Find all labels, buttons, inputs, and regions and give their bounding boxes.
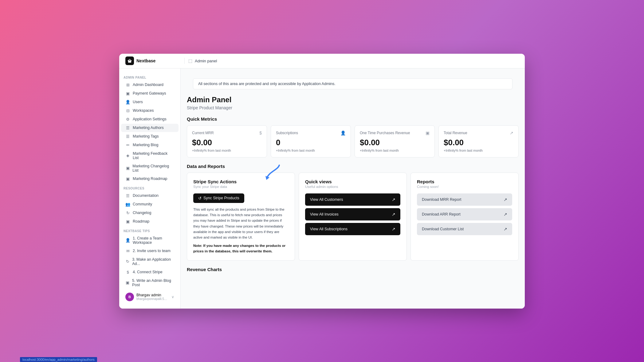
dashboard-icon: ⊞ [125,83,130,87]
sidebar-item-community[interactable]: 👥 Community [121,200,179,208]
alert-text: All sections of this area are protected … [198,82,336,86]
data-cards-row: Stripe Sync Actions Sync your Stripe dat… [187,173,519,261]
tags-icon: ☰ [125,134,130,139]
chevron-down-icon: ∨ [171,295,174,299]
metric-header: One Time Purchases Revenue ▣ [360,130,430,135]
quick-views-title: Quick views [305,179,400,184]
metric-value: $0.00 [360,138,430,147]
sidebar-item-label: Marketing Changelog List [132,164,174,173]
revenue-charts-title: Revenue Charts [187,267,519,272]
sidebar-item-users[interactable]: 👤 Users [121,98,179,106]
sidebar-item-label: Users [133,100,143,104]
admin-panel-section-label: Admin Panel [119,73,180,80]
blog-icon: ✏ [125,143,130,147]
authors-icon: ☰ [125,126,130,130]
view-all-customers-button[interactable]: View All Customers ↗ [305,193,400,206]
download-mrr-label: Download MRR Report [422,197,461,202]
sidebar-tip-4[interactable]: $ 4. Connect Stripe [121,268,179,276]
sidebar-tip-1[interactable]: 👤 1. Create a Team Workspace [121,234,179,247]
metrics-row: Current MRR $ $0.00 +Infinity% from last… [187,125,519,158]
reports-sub: Coming soon! [417,185,512,189]
changelog-icon: ▣ [125,166,130,170]
view-customers-label: View All Customers [310,197,343,202]
revenue-section: Revenue Charts [181,267,525,282]
tip4-icon: $ [125,270,130,274]
sidebar-item-label: Payment Gateways [133,91,166,95]
sidebar-item-label: Community [133,202,152,206]
data-section: Data and Reports Stripe Sync Actions Syn… [181,164,525,267]
metric-card-mrr: Current MRR $ $0.00 +Infinity% from last… [187,125,267,158]
user-info: Bhargav admin bhargavponnapalli.5@g... [136,293,169,301]
docs-icon: ☰ [125,193,130,198]
brand[interactable]: Nextbase [125,56,181,65]
sidebar-item-marketing-tags[interactable]: ☰ Marketing Tags [121,132,179,141]
sidebar-item-payment-gateways[interactable]: ▣ Payment Gateways [121,89,179,98]
sidebar-tip-2[interactable]: ✉ 2. Invite users to team [121,247,179,255]
sidebar-item-roadmap[interactable]: ▣ Roadmap [121,217,179,226]
download-customers-button[interactable]: Download Customer List ↗ [417,223,512,235]
dollar-icon: $ [259,130,262,135]
sidebar-item-label: Workspaces [133,108,154,113]
sidebar-item-application-settings[interactable]: ⚙ Application Settings [121,115,179,123]
sidebar-item-label: Marketing Blog [133,143,158,147]
sidebar-tip-5[interactable]: ▣ 5. Write an Admin Blog Post [121,277,179,289]
download-arr-button[interactable]: Download ARR Report ↗ [417,208,512,220]
metric-change: +Infinity% from last month [444,149,513,152]
workspaces-icon: ⊟ [125,108,130,113]
user-menu[interactable]: B Bhargav admin bhargavponnapalli.5@g...… [121,290,179,304]
sidebar-item-label: Changelog [133,211,151,215]
download-arrow-icon: ↗ [504,227,507,232]
quick-views-sub: Useful admin options [305,185,400,189]
resources-section-label: Resources [119,184,180,191]
sidebar-item-admin-dashboard[interactable]: ⊞ Admin Dashboard [121,81,179,89]
top-bar-divider [184,58,185,64]
users2-icon: 👤 [340,130,346,135]
download-arrow-icon: ↗ [504,212,507,217]
metric-label: Total Revenue [444,131,467,135]
metric-change: +Infinity% from last month [276,149,346,152]
page-breadcrumb-text: Admin panel [195,59,217,63]
sync-note: Note: If you have made any changes to th… [193,243,289,254]
sidebar-item-label: Application Settings [133,117,167,121]
sidebar-item-label: Marketing Authors [133,126,164,130]
roadmap-icon: ▣ [125,177,130,181]
external-link-icon: ↗ [392,212,395,217]
page-subtitle: Stripe Product Manager [187,105,519,110]
payment-icon: ▣ [125,91,130,96]
metric-card-subscriptions: Subscriptions 👤 0 +Infinity% from last m… [271,125,351,158]
sync-stripe-products-button[interactable]: ↺ Sync Stripe Products [193,193,244,203]
settings-icon: ⚙ [125,117,130,122]
user-email: bhargavponnapalli.5@g... [136,297,169,301]
app-window: Nextbase ⬚ Admin panel Admin Panel ⊞ Adm… [119,54,525,309]
sidebar-item-marketing-feedback[interactable]: ◈ Marketing Feedback List [121,150,179,162]
download-arrow-icon: ↗ [504,197,507,202]
sidebar-item-label: Marketing Feedback List [133,151,174,160]
sidebar-item-marketing-blog[interactable]: ✏ Marketing Blog [121,141,179,149]
view-all-subscriptions-button[interactable]: View All Subscriptions ↗ [305,223,400,235]
avatar: B [125,293,134,301]
sidebar-item-label: 5. Write an Admin Blog Post [132,278,174,287]
top-bar: Nextbase ⬚ Admin panel [119,54,525,68]
sidebar-item-workspaces[interactable]: ⊟ Workspaces [121,107,179,115]
metric-value: $0.00 [192,138,262,147]
sidebar-item-documentation[interactable]: ☰ Documentation [121,192,179,200]
sidebar-item-marketing-authors[interactable]: ☰ Marketing Authors [121,124,179,132]
feedback-icon: ◈ [125,153,130,158]
metric-header: Total Revenue ↗ [444,130,513,135]
sidebar-tip-3[interactable]: ↻ 3. Make an Application Ad... [121,255,179,268]
metric-label: Subscriptions [276,131,298,135]
sidebar-item-label: Admin Dashboard [133,83,163,87]
changelog2-icon: ↻ [125,211,130,215]
sidebar-item-label: 3. Make an Application Ad... [132,257,174,266]
view-all-invoices-button[interactable]: View All Invoices ↗ [305,208,400,220]
download-mrr-button[interactable]: Download MRR Report ↗ [417,193,512,206]
sidebar-item-marketing-roadmap[interactable]: ▣ Marketing Roadmap [121,175,179,183]
user-name: Bhargav admin [136,293,169,297]
sidebar-item-marketing-changelog[interactable]: ▣ Marketing Changelog List [121,162,179,174]
sidebar-item-changelog[interactable]: ↻ Changelog [121,209,179,217]
tip5-icon: ▣ [125,280,130,285]
brand-name: Nextbase [136,58,155,63]
metric-header: Subscriptions 👤 [276,130,346,135]
receipt-icon: ▣ [426,130,430,135]
trending-icon: ↗ [510,130,513,135]
